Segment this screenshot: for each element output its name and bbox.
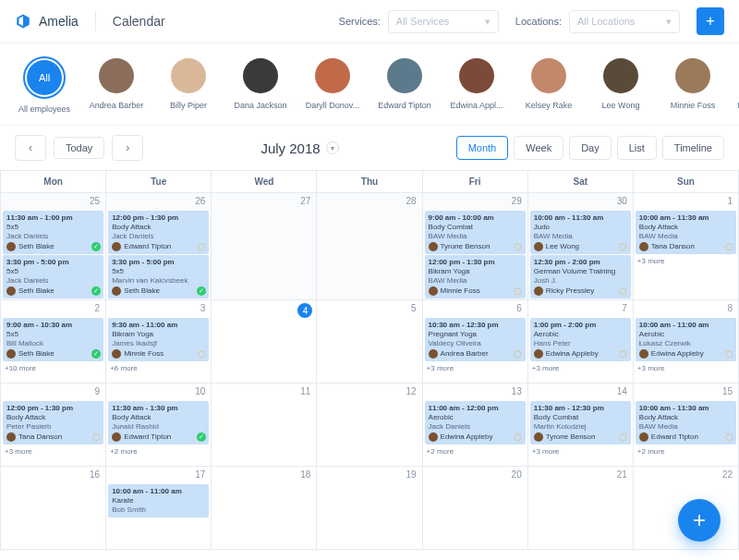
day-cell[interactable]: 27: [212, 193, 317, 300]
event-employee: Tana Danson: [651, 242, 695, 251]
calendar-event[interactable]: 10:00 am - 11:30 amJudoBAW MediaLee Wong…: [530, 211, 631, 254]
calendar-event[interactable]: 12:30 pm - 2:00 pmGerman Volume Training…: [530, 255, 631, 298]
more-link[interactable]: +3 more: [634, 255, 738, 267]
day-cell[interactable]: 11: [212, 383, 317, 467]
day-cell[interactable]: 20: [423, 467, 528, 550]
view-day[interactable]: Day: [569, 136, 612, 160]
fab-add-button[interactable]: +: [678, 499, 721, 542]
day-cell[interactable]: 12: [317, 383, 422, 467]
employee-item[interactable]: Kelsey Rake: [521, 56, 576, 114]
employee-item[interactable]: AllAll employees: [17, 56, 72, 114]
view-timeline[interactable]: Timeline: [662, 136, 724, 160]
day-cell[interactable]: 810:00 am - 11:00 amAerobicŁukasz Czerwi…: [634, 300, 739, 383]
calendar-event[interactable]: 10:00 am - 11:00 amAerobicŁukasz Czerwik…: [636, 318, 736, 361]
day-number: 15: [722, 386, 733, 396]
employee-item[interactable]: Dana Jackson: [233, 56, 288, 114]
calendar-event[interactable]: 9:00 am - 10:00 amBody CombatBAW MediaTy…: [425, 211, 526, 254]
employee-name: Daryll Donov...: [305, 101, 360, 110]
locations-select[interactable]: All Locations ▾: [569, 10, 680, 33]
day-cell[interactable]: 2612:00 pm - 1:30 pmBody AttackJack Dani…: [106, 193, 212, 300]
pending-icon: ◌: [514, 286, 523, 296]
calendar-event[interactable]: 1:00 pm - 2:00 pmAerobicHans PeterEdwina…: [530, 318, 631, 361]
day-cell[interactable]: 912:00 pm - 1:30 pmBody AttackPeter Pasi…: [1, 383, 106, 467]
pending-icon: ◌: [724, 242, 733, 251]
employee-item[interactable]: Edward Tipton: [377, 56, 432, 114]
calendar-event[interactable]: 9:30 am - 11:00 amBikram YogaJames Ikads…: [108, 318, 209, 361]
day-cell[interactable]: 1710:00 am - 11:00 amKarateBob Smith: [106, 467, 212, 550]
app-header: Amelia Calendar Services: All Services ▾…: [0, 0, 739, 43]
calendar-event[interactable]: 11:30 am - 1:30 pmBody AttackJunaid Rash…: [108, 401, 209, 444]
calendar-event[interactable]: 12:00 pm - 1:30 pmBody AttackJack Daniel…: [108, 211, 209, 254]
calendar-event[interactable]: 11:00 am - 12:00 pmAerobicJack DanielsEd…: [425, 401, 526, 444]
day-cell[interactable]: 1011:30 am - 1:30 pmBody AttackJunaid Ra…: [106, 383, 212, 467]
day-number: 17: [195, 469, 205, 480]
today-button[interactable]: Today: [54, 137, 104, 159]
prev-button[interactable]: ‹: [15, 135, 46, 161]
day-cell[interactable]: 2511:30 am - 1:00 pm5x5Jack DanielsSeth …: [1, 193, 106, 300]
employee-item[interactable]: Lee Wong: [593, 56, 648, 114]
more-link[interactable]: +2 more: [634, 445, 738, 457]
more-link[interactable]: +3 more: [634, 362, 738, 374]
day-cell[interactable]: 110:00 am - 11:30 amBody AttackBAW Media…: [634, 193, 739, 300]
pending-icon: ◌: [514, 242, 523, 251]
day-cell[interactable]: 5: [317, 300, 422, 383]
day-number: 1: [727, 196, 733, 206]
period-label[interactable]: July 2018 ▾: [151, 140, 448, 156]
calendar-event[interactable]: 10:00 am - 11:30 amBody AttackBAW MediaE…: [636, 401, 736, 444]
calendar-event[interactable]: 9:00 am - 10:30 am5x5Bill MallockSeth Bl…: [3, 318, 103, 361]
next-button[interactable]: ›: [112, 135, 143, 161]
day-cell[interactable]: 610:30 am - 12:30 pmPregnant YogaValdecy…: [423, 300, 528, 383]
calendar-event[interactable]: 12:00 pm - 1:30 pmBody AttackPeter Pasie…: [3, 401, 103, 444]
day-number: 14: [617, 386, 627, 396]
day-cell[interactable]: 21: [528, 467, 634, 550]
calendar-event[interactable]: 12:00 pm - 1:30 pmBikram YogaBAW MediaMi…: [425, 255, 526, 298]
day-number: 6: [516, 303, 522, 313]
more-link[interactable]: +3 more: [528, 445, 633, 457]
day-cell[interactable]: 71:00 pm - 2:00 pmAerobicHans PeterEdwin…: [528, 300, 634, 383]
avatar: [429, 432, 438, 442]
calendar-event[interactable]: 10:00 am - 11:00 amKarateBob Smith: [108, 484, 209, 517]
day-cell[interactable]: 19: [317, 467, 422, 550]
day-cell[interactable]: 28: [317, 193, 422, 300]
day-cell[interactable]: 1411:30 am - 12:30 pmBody CombatMartin K…: [528, 383, 634, 467]
more-link[interactable]: +3 more: [1, 445, 105, 457]
more-link[interactable]: +10 more: [1, 362, 105, 374]
day-header: Sat: [528, 171, 634, 193]
add-button[interactable]: +: [697, 7, 724, 35]
calendar-event[interactable]: 10:30 am - 12:30 pmPregnant YogaValdecy …: [425, 318, 526, 361]
day-cell[interactable]: 18: [212, 467, 317, 550]
calendar-event[interactable]: 10:00 am - 11:30 amBody AttackBAW MediaT…: [636, 211, 736, 254]
employee-item[interactable]: Edwina Appl...: [449, 56, 504, 114]
more-link[interactable]: +3 more: [528, 362, 633, 374]
view-list[interactable]: List: [617, 136, 657, 160]
calendar-event[interactable]: 11:30 am - 12:30 pmBody CombatMartin Kol…: [530, 401, 631, 444]
employee-item[interactable]: Daryll Donov...: [305, 56, 360, 114]
day-cell[interactable]: 299:00 am - 10:00 amBody CombatBAW Media…: [423, 193, 528, 300]
more-link[interactable]: +2 more: [106, 445, 211, 457]
avatar: [315, 58, 350, 93]
day-cell[interactable]: 3010:00 am - 11:30 amJudoBAW MediaLee Wo…: [528, 193, 634, 300]
employee-item[interactable]: Andrea Barber: [89, 56, 144, 114]
day-cell[interactable]: 16: [1, 467, 106, 550]
day-cell[interactable]: 29:00 am - 10:30 am5x5Bill MallockSeth B…: [1, 300, 106, 383]
calendar-event[interactable]: 11:30 am - 1:00 pm5x5Jack DanielsSeth Bl…: [3, 211, 103, 254]
more-link[interactable]: +3 more: [423, 362, 527, 374]
employee-item[interactable]: Minnie Foss: [665, 56, 721, 114]
day-number: 10: [195, 386, 205, 396]
employee-name: Andrea Barber: [89, 101, 144, 110]
day-number: 21: [617, 469, 627, 480]
day-cell[interactable]: 1510:00 am - 11:30 amBody AttackBAW Medi…: [634, 383, 739, 467]
employee-item[interactable]: Billy Piper: [161, 56, 216, 114]
view-month[interactable]: Month: [456, 136, 509, 160]
more-link[interactable]: +6 more: [106, 362, 211, 374]
day-cell[interactable]: 39:30 am - 11:00 amBikram YogaJames Ikad…: [106, 300, 212, 383]
calendar-event[interactable]: 3:30 pm - 5:00 pm5x5Marvin van Kalcvsbee…: [108, 255, 209, 298]
event-employee: Seth Blake: [18, 349, 55, 359]
services-select[interactable]: All Services ▾: [388, 10, 499, 33]
more-link[interactable]: +2 more: [423, 445, 527, 457]
day-cell[interactable]: 1311:00 am - 12:00 pmAerobicJack Daniels…: [423, 383, 528, 467]
view-week[interactable]: Week: [514, 136, 563, 160]
day-cell[interactable]: 4: [212, 300, 317, 383]
calendar-event[interactable]: 3:30 pm - 5:00 pm5x5Jack DanielsSeth Bla…: [3, 255, 103, 298]
chevron-down-icon: ▾: [326, 141, 339, 154]
